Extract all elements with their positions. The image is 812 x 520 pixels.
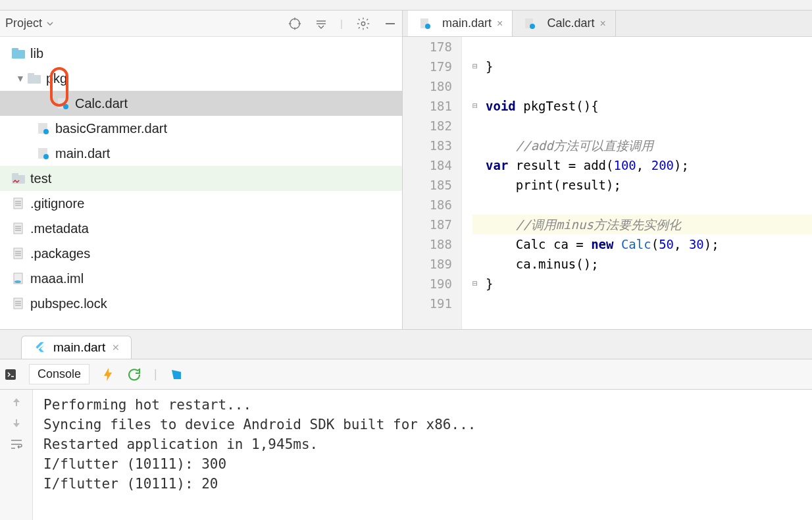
code-line[interactable] bbox=[472, 76, 812, 96]
dart-file-icon bbox=[36, 121, 51, 136]
collapse-icon[interactable] bbox=[315, 18, 327, 30]
console-tab[interactable]: Console bbox=[29, 364, 89, 384]
tree-label: Calc.dart bbox=[75, 96, 128, 111]
code-line[interactable]: ca.minus(); bbox=[472, 254, 812, 274]
tree-item-packages[interactable]: .packages bbox=[0, 241, 402, 266]
project-panel-title[interactable]: Project bbox=[5, 16, 54, 30]
console-toolbar: Console | bbox=[0, 359, 812, 390]
tree-item-calc[interactable]: Calc.dart bbox=[0, 91, 402, 116]
code-line[interactable]: ⊟void pkgTest(){ bbox=[472, 96, 812, 116]
project-header: Project | bbox=[0, 11, 402, 37]
tree-label: pubspec.lock bbox=[30, 296, 107, 311]
tree-item-test[interactable]: test bbox=[0, 166, 402, 191]
code-line[interactable]: ⊟} bbox=[472, 57, 812, 76]
dart-file-icon bbox=[417, 16, 433, 31]
highlight-annotation bbox=[50, 67, 68, 107]
code-area[interactable]: ⊟}⊟void pkgTest(){ //add方法可以直接调用 var res… bbox=[462, 37, 812, 329]
tree-item-metadata[interactable]: .metadata bbox=[0, 216, 402, 241]
code-line[interactable] bbox=[472, 116, 812, 136]
gear-icon[interactable] bbox=[356, 16, 370, 31]
editor-body[interactable]: 1781791801811821831841851861871881891901… bbox=[403, 37, 812, 329]
svg-point-34 bbox=[14, 280, 21, 283]
tree-item-gitignore[interactable]: .gitignore bbox=[0, 191, 402, 216]
run-tab-main[interactable]: main.dart × bbox=[21, 336, 132, 359]
console-tab-label: Console bbox=[38, 367, 81, 381]
svg-point-40 bbox=[425, 24, 430, 29]
text-file-icon bbox=[11, 296, 26, 311]
tree-item-main[interactable]: main.dart bbox=[0, 141, 402, 166]
tree-item-lib[interactable]: lib bbox=[0, 41, 402, 66]
close-icon[interactable]: × bbox=[497, 18, 503, 30]
code-line[interactable]: Calc ca = new Calc(50, 30); bbox=[472, 234, 812, 254]
project-tools: | bbox=[288, 16, 397, 31]
close-icon[interactable]: × bbox=[112, 340, 119, 355]
down-arrow-icon[interactable] bbox=[11, 417, 22, 429]
editor-panel: main.dart × Calc.dart × 1781791801811821… bbox=[403, 11, 812, 329]
iml-file-icon bbox=[11, 271, 26, 286]
lightning-icon[interactable] bbox=[101, 367, 114, 382]
project-title-label: Project bbox=[5, 16, 42, 30]
text-file-icon bbox=[11, 221, 26, 236]
tree-label: .gitignore bbox=[30, 196, 84, 211]
console-icon[interactable] bbox=[4, 368, 17, 381]
code-line[interactable]: ⊟} bbox=[472, 274, 812, 294]
tab-label: Calc.dart bbox=[547, 16, 594, 30]
editor-tab-calc[interactable]: Calc.dart × bbox=[513, 11, 615, 36]
svg-point-7 bbox=[361, 22, 365, 26]
editor-tabs: main.dart × Calc.dart × bbox=[403, 11, 812, 37]
up-arrow-icon[interactable] bbox=[11, 396, 22, 408]
run-tab-bar: main.dart × bbox=[0, 329, 812, 359]
tree-label: maaa.iml bbox=[30, 271, 84, 286]
folder-icon bbox=[11, 46, 26, 61]
chevron-down-icon bbox=[46, 20, 54, 28]
tab-label: main.dart bbox=[442, 16, 492, 30]
svg-point-42 bbox=[530, 24, 535, 29]
code-line[interactable]: var result = add(100, 200); bbox=[472, 155, 812, 175]
gutter: 1781791801811821831841851861871881891901… bbox=[403, 37, 462, 329]
tree-label: .metadata bbox=[30, 221, 89, 236]
code-line[interactable]: //调用minus方法要先实例化 bbox=[472, 215, 812, 234]
target-icon[interactable] bbox=[288, 16, 302, 31]
soft-wrap-icon[interactable] bbox=[10, 438, 23, 450]
text-file-icon bbox=[11, 246, 26, 261]
svg-point-18 bbox=[43, 154, 49, 159]
tree-label: lib bbox=[30, 46, 43, 61]
text-file-icon bbox=[11, 196, 26, 211]
console-gutter bbox=[0, 390, 33, 520]
breadcrumb bbox=[0, 0, 812, 11]
svg-rect-12 bbox=[28, 73, 34, 76]
main-area: Project | lib ▼ pkg bbox=[0, 11, 812, 329]
dart-file-icon bbox=[522, 16, 538, 31]
tree-item-basicgrammer[interactable]: basicGrammer.dart bbox=[0, 116, 402, 141]
tree-label: basicGrammer.dart bbox=[55, 121, 167, 136]
tree-label: test bbox=[30, 171, 51, 186]
flutter-icon bbox=[34, 341, 47, 354]
hot-restart-icon[interactable] bbox=[126, 367, 142, 382]
svg-point-0 bbox=[290, 18, 300, 28]
code-line[interactable] bbox=[472, 37, 812, 57]
folder-icon bbox=[26, 71, 42, 86]
tree-label: main.dart bbox=[55, 146, 110, 161]
svg-rect-20 bbox=[12, 173, 18, 176]
tree-item-pubspec[interactable]: pubspec.lock bbox=[0, 291, 402, 316]
close-icon[interactable]: × bbox=[599, 18, 605, 30]
run-tab-label: main.dart bbox=[53, 340, 105, 355]
console-output: Performing hot restart... Syncing files … bbox=[0, 390, 812, 520]
code-line[interactable]: print(result); bbox=[472, 175, 812, 195]
project-tree: lib ▼ pkg Calc.dart basicGrammer.dart bbox=[0, 37, 402, 329]
tree-item-iml[interactable]: maaa.iml bbox=[0, 266, 402, 291]
tree-label: .packages bbox=[30, 246, 90, 261]
console-text[interactable]: Performing hot restart... Syncing files … bbox=[33, 390, 812, 520]
code-line[interactable] bbox=[472, 294, 812, 313]
editor-tab-main[interactable]: main.dart × bbox=[408, 11, 513, 36]
test-folder-icon bbox=[11, 171, 26, 186]
project-panel: Project | lib ▼ pkg bbox=[0, 11, 403, 329]
minimize-icon[interactable] bbox=[384, 17, 397, 30]
code-line[interactable]: //add方法可以直接调用 bbox=[472, 136, 812, 155]
svg-point-16 bbox=[43, 129, 49, 134]
svg-rect-10 bbox=[12, 48, 18, 51]
dart-file-icon bbox=[36, 146, 51, 161]
code-line[interactable] bbox=[472, 195, 812, 215]
dart-icon[interactable] bbox=[169, 367, 184, 382]
chevron-down-icon: ▼ bbox=[14, 73, 26, 84]
